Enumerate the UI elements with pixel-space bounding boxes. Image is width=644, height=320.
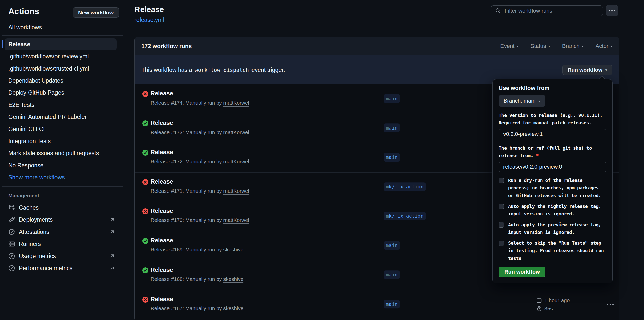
run-title-link[interactable]: Release (151, 208, 173, 214)
run-time: 1 hour ago (544, 297, 570, 303)
run-description: Release #174: Manually run by mattKorwel (151, 100, 249, 106)
actor-link[interactable]: skeshive (223, 247, 243, 252)
sidebar-item-label: Deployments (19, 216, 53, 223)
workflow-list: Release .github/workflows/pr-review.yml … (0, 38, 125, 183)
run-description: Release #171: Manually run by mattKorwel (151, 188, 249, 194)
filter-event[interactable]: Event ▾ (500, 43, 518, 49)
popup-field: The version to release (e.g., v0.1.11). … (499, 112, 606, 139)
sidebar-item-integration-tests[interactable]: Integration Tests (0, 135, 125, 147)
sidebar-item-github-workflows-pr-review-yml[interactable]: .github/workflows/pr-review.yml (0, 50, 125, 62)
success-icon (142, 120, 148, 126)
sidebar-divider (2, 35, 123, 36)
sidebar-item-caches[interactable]: Caches (0, 202, 125, 214)
checkbox[interactable] (499, 204, 504, 209)
branch-badge[interactable]: main (384, 94, 400, 103)
run-description: Release #168: Manually run by skeshive (151, 276, 243, 282)
runners-icon (8, 241, 15, 247)
run-title-link[interactable]: Release (151, 296, 173, 303)
checkbox-label: Run a dry-run of the release process; no… (508, 177, 605, 199)
branch-badge[interactable]: main (384, 271, 400, 279)
runs-count: 172 workflow runs (141, 43, 192, 50)
calendar-icon (536, 298, 542, 303)
checkbox-label: Auto apply the preview release tag, inpu… (508, 221, 605, 236)
actor-link[interactable]: mattKorwel (223, 217, 249, 223)
run-title-link[interactable]: Release (151, 90, 173, 97)
branch-selector-button[interactable]: Branch: main ▾ (499, 95, 545, 107)
sidebar-item-e2e-tests[interactable]: E2E Tests (0, 99, 125, 111)
sidebar-item-dependabot-updates[interactable]: Dependabot Updates (0, 75, 125, 87)
run-title-link[interactable]: Release (151, 267, 173, 273)
popup-fields: The version to release (e.g., v0.1.11). … (499, 112, 606, 172)
kebab-icon (609, 10, 610, 11)
run-title-link[interactable]: Release (151, 149, 173, 156)
sidebar-item-deploy-github-pages[interactable]: Deploy GitHub Pages (0, 87, 125, 99)
filter-branch[interactable]: Branch ▾ (562, 43, 584, 49)
field-input[interactable] (499, 129, 606, 139)
branch-badge[interactable]: mk/fix-action (384, 182, 426, 191)
sidebar-item-label: Gemini Automated PR Labeler (8, 114, 87, 120)
sidebar-item-gemini-automated-pr-labeler[interactable]: Gemini Automated PR Labeler (0, 111, 125, 123)
meter-icon (8, 265, 15, 272)
sidebar-item-all-workflows[interactable]: All workflows (0, 22, 125, 33)
branch-badge[interactable]: main (384, 300, 400, 308)
sidebar-item-release[interactable]: Release (5, 38, 117, 50)
chevron-down-icon: ▾ (539, 99, 541, 103)
sidebar-item-usage-metrics[interactable]: Usage metrics (0, 250, 125, 262)
run-title-link[interactable]: Release (151, 178, 173, 185)
checkbox[interactable] (499, 241, 504, 246)
run-description: Release #173: Manually run by mattKorwel (151, 129, 249, 135)
actor-link[interactable]: mattKorwel (223, 188, 249, 194)
checkbox[interactable] (499, 222, 504, 228)
actor-link[interactable]: skeshive (223, 276, 243, 282)
failure-icon (142, 91, 148, 97)
sidebar-item-label: No Response (8, 162, 43, 169)
sidebar-item-label: Dependabot Updates (8, 77, 63, 84)
filter-status[interactable]: Status ▾ (530, 43, 550, 49)
run-workflow-dropdown-button[interactable]: Run workflow ▾ (562, 65, 612, 75)
popup-field: The branch or ref (full git sha) to rele… (499, 144, 606, 172)
sidebar-divider (2, 186, 123, 187)
actions-sidebar: Actions New workflow All workflows Relea… (0, 0, 125, 320)
required-asterisk: * (533, 153, 539, 158)
sidebar-item-runners[interactable]: Runners (0, 238, 125, 250)
sidebar-item-label: Mark stale issues and pull requests (8, 150, 99, 157)
actor-link[interactable]: mattKorwel (223, 100, 249, 106)
actor-link[interactable]: mattKorwel (223, 158, 249, 164)
filter-actor[interactable]: Actor ▾ (596, 43, 612, 49)
sidebar-item-performance-metrics[interactable]: Performance metrics (0, 262, 125, 274)
branch-badge[interactable]: main (384, 124, 400, 132)
run-workflow-popup: Use workflow from Branch: main ▾ The ver… (492, 79, 613, 283)
run-title-link[interactable]: Release (151, 237, 173, 244)
run-workflow-submit-button[interactable]: Run workflow (499, 267, 545, 277)
run-options-kebab[interactable] (604, 301, 616, 308)
field-input[interactable] (499, 162, 606, 172)
deployments-icon (8, 216, 15, 223)
sidebar-item-show-more-workflows[interactable]: Show more workflows... (0, 171, 125, 183)
runs-panel-header: 172 workflow runs Event ▾ Status ▾ Branc… (135, 37, 619, 55)
sidebar-item-label: Attestations (19, 229, 49, 235)
branch-badge[interactable]: mk/fix-action (384, 212, 426, 220)
workflow-file-link[interactable]: release.yml (134, 17, 164, 23)
sidebar-item-deployments[interactable]: Deployments (0, 214, 125, 226)
sidebar-item-github-workflows-trusted-ci-yml[interactable]: .github/workflows/trusted-ci.yml (0, 62, 125, 75)
filter-workflow-runs-input[interactable] (501, 6, 603, 16)
branch-badge[interactable]: main (384, 153, 400, 162)
run-filters: Event ▾ Status ▾ Branch ▾ Actor ▾ (500, 43, 612, 49)
sidebar-item-mark-stale-issues-and-pull-requests[interactable]: Mark stale issues and pull requests (0, 147, 125, 159)
sidebar-item-gemini-cli-ci[interactable]: Gemini CLI CI (0, 123, 125, 135)
workflow-run-row[interactable]: Release Release #167: Manually run by sk… (135, 290, 619, 319)
meter-icon (8, 253, 15, 260)
actor-link[interactable]: skeshive (223, 305, 243, 311)
sidebar-item-label: Usage metrics (19, 253, 56, 260)
new-workflow-button[interactable]: New workflow (73, 7, 119, 18)
actor-link[interactable]: mattKorwel (223, 129, 249, 135)
success-icon (142, 238, 148, 244)
workflow-options-kebab-button[interactable] (606, 5, 618, 16)
sidebar-item-no-response[interactable]: No Response (0, 159, 125, 171)
run-description: Release #170: Manually run by mattKorwel (151, 217, 249, 223)
branch-badge[interactable]: main (384, 241, 400, 250)
run-title-link[interactable]: Release (151, 120, 173, 126)
sidebar-item-attestations[interactable]: Attestations (0, 226, 125, 238)
field-description: The version to release (e.g., v0.1.11). … (499, 112, 606, 127)
checkbox[interactable] (499, 178, 504, 183)
